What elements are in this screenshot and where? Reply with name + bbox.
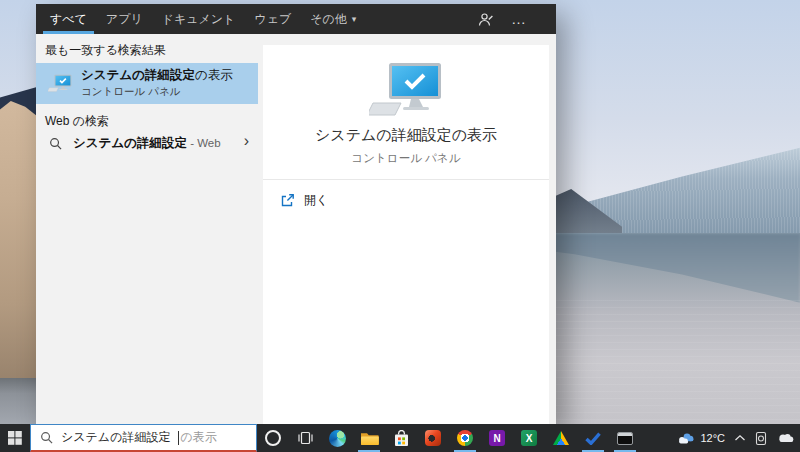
windows-logo-icon: [8, 431, 22, 445]
search-icon: [49, 137, 62, 150]
best-match-result[interactable]: システムの詳細設定の表示 コントロール パネル: [36, 63, 258, 104]
web-search-result[interactable]: システムの詳細設定 - Web 結果を見る ›: [36, 131, 258, 156]
system-settings-icon-large: [369, 61, 443, 119]
tab-web[interactable]: ウェブ: [247, 4, 298, 34]
taskbar: システムの詳細設定 の表示: [0, 424, 800, 452]
chevron-up-icon: [734, 434, 746, 442]
tab-apps[interactable]: アプリ: [99, 4, 150, 34]
web-result-text: システムの詳細設定 - Web 結果を見る: [73, 135, 223, 152]
task-view-button[interactable]: [289, 424, 321, 452]
office-icon: [425, 430, 441, 446]
onenote-icon: N: [489, 430, 505, 446]
tab-web-label: ウェブ: [254, 11, 291, 28]
search-icon: [40, 431, 53, 444]
chrome-icon: [457, 430, 473, 446]
best-match-title-rest: の表示: [195, 68, 233, 82]
tab-documents-label: ドキュメント: [162, 11, 236, 28]
taskbar-app-icons: N X: [257, 424, 641, 452]
tab-more-label: その他: [310, 11, 347, 28]
weather-widget[interactable]: 12°C: [676, 432, 725, 445]
weather-cloud-icon: [676, 432, 695, 445]
edge-button[interactable]: [321, 424, 353, 452]
task-view-icon: [297, 431, 314, 445]
wallpaper-grass-hill: [0, 98, 36, 386]
chevron-right-icon[interactable]: ›: [244, 132, 249, 150]
chevron-down-icon: ▾: [352, 14, 357, 24]
search-filter-tabs: すべて アプリ ドキュメント ウェブ その他 ▾: [43, 4, 363, 34]
excel-button[interactable]: X: [513, 424, 545, 452]
best-match-title: システムの詳細設定の表示: [81, 68, 233, 83]
search-input-typed-text: システムの詳細設定: [61, 429, 170, 446]
edge-icon: [329, 430, 346, 447]
todo-button[interactable]: [577, 424, 609, 452]
results-list: 最も一致する検索結果 システムの詳細設定の表示 コントロール パネル: [36, 34, 258, 424]
tab-documents[interactable]: ドキュメント: [155, 4, 243, 34]
taskbar-search-box[interactable]: システムの詳細設定 の表示: [30, 424, 257, 452]
web-result-suffix: - Web 結果を見る: [187, 137, 223, 149]
preview-subtitle: コントロール パネル: [263, 151, 549, 166]
terminal-icon: [617, 432, 633, 445]
tab-all[interactable]: すべて: [43, 4, 94, 34]
text-cursor: [178, 431, 179, 445]
google-drive-button[interactable]: [545, 424, 577, 452]
open-action-label: 開く: [304, 192, 328, 209]
preview-header: システムの詳細設定の表示 コントロール パネル: [263, 61, 549, 166]
file-explorer-button[interactable]: [353, 424, 385, 452]
tray-overflow-button[interactable]: [734, 434, 746, 442]
microsoft-store-button[interactable]: [385, 424, 417, 452]
microsoft-store-icon: [394, 430, 409, 447]
best-match-subtitle: コントロール パネル: [81, 85, 233, 99]
temperature-label: 12°C: [700, 432, 725, 444]
start-button[interactable]: [0, 424, 30, 452]
file-explorer-icon: [360, 431, 379, 446]
onedrive-tray-button[interactable]: [776, 432, 795, 444]
user-account-icon[interactable]: [477, 11, 494, 28]
todo-check-icon: [585, 432, 601, 445]
cortana-button[interactable]: [257, 424, 289, 452]
office-button[interactable]: [417, 424, 449, 452]
web-result-query: システムの詳細設定: [73, 136, 187, 150]
your-phone-tray-button[interactable]: [755, 431, 767, 446]
wallpaper-ripples: [538, 300, 800, 424]
search-results-body: 最も一致する検索結果 システムの詳細設定の表示 コントロール パネル: [36, 34, 556, 424]
wallpaper-shore-water: [0, 378, 36, 424]
system-settings-icon: [48, 74, 72, 93]
search-flyout-window: すべて アプリ ドキュメント ウェブ その他 ▾: [36, 4, 556, 424]
best-match-title-bold: システムの詳細設定: [81, 68, 195, 82]
terminal-button[interactable]: [609, 424, 641, 452]
best-match-texts: システムの詳細設定の表示 コントロール パネル: [81, 68, 233, 99]
search-filter-bar: すべて アプリ ドキュメント ウェブ その他 ▾: [36, 4, 556, 34]
onedrive-cloud-icon: [776, 432, 795, 444]
phone-icon: [755, 431, 767, 446]
cortana-icon: [265, 430, 281, 446]
best-match-header: 最も一致する検索結果: [36, 34, 258, 58]
google-drive-icon: [553, 431, 569, 445]
search-header-actions: …: [477, 4, 556, 34]
web-search-header: Web の検索: [36, 104, 258, 129]
tab-all-label: すべて: [50, 11, 87, 28]
tab-more[interactable]: その他 ▾: [303, 4, 363, 34]
preview-title: システムの詳細設定の表示: [263, 126, 549, 145]
chrome-button[interactable]: [449, 424, 481, 452]
tab-apps-label: アプリ: [106, 11, 143, 28]
onenote-button[interactable]: N: [481, 424, 513, 452]
result-preview-pane: システムの詳細設定の表示 コントロール パネル 開く: [263, 45, 549, 424]
more-options-icon[interactable]: …: [511, 14, 527, 24]
system-tray: 12°C: [676, 424, 800, 452]
search-input-suggestion: の表示: [180, 429, 216, 446]
open-external-icon: [280, 193, 295, 208]
excel-icon: X: [521, 430, 537, 446]
open-action[interactable]: 開く: [263, 180, 549, 209]
